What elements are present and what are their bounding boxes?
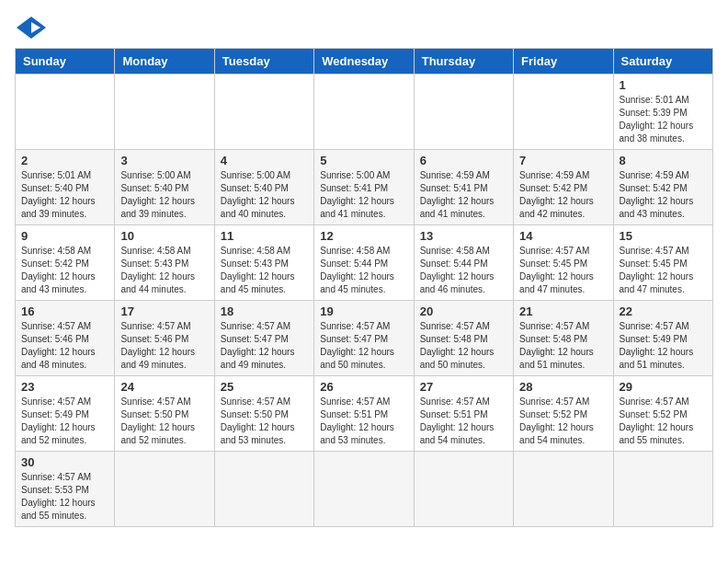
calendar-cell: 6Sunrise: 4:59 AM Sunset: 5:41 PM Daylig… (414, 150, 513, 225)
day-info: Sunrise: 5:00 AM Sunset: 5:40 PM Dayligh… (221, 169, 308, 221)
weekday-header-row: SundayMondayTuesdayWednesdayThursdayFrid… (16, 49, 713, 75)
calendar-cell: 12Sunrise: 4:58 AM Sunset: 5:44 PM Dayli… (314, 225, 414, 301)
calendar-cell (314, 452, 414, 527)
calendar-cell: 29Sunrise: 4:57 AM Sunset: 5:52 PM Dayli… (613, 376, 712, 452)
calendar-cell: 14Sunrise: 4:57 AM Sunset: 5:45 PM Dayli… (514, 225, 613, 301)
calendar-cell (115, 452, 214, 527)
calendar-cell (214, 75, 313, 150)
calendar-cell (214, 452, 313, 527)
day-number: 13 (420, 229, 507, 243)
day-info: Sunrise: 4:58 AM Sunset: 5:42 PM Dayligh… (21, 245, 108, 296)
day-number: 6 (420, 154, 507, 167)
day-number: 4 (221, 154, 308, 167)
calendar-cell: 3Sunrise: 5:00 AM Sunset: 5:40 PM Daylig… (115, 150, 214, 225)
calendar-cell (613, 452, 712, 527)
day-number: 14 (519, 229, 607, 243)
weekday-header-saturday: Saturday (613, 49, 712, 75)
calendar-cell: 19Sunrise: 4:57 AM Sunset: 5:47 PM Dayli… (314, 301, 414, 376)
calendar-cell (414, 75, 513, 150)
calendar-cell: 18Sunrise: 4:57 AM Sunset: 5:47 PM Dayli… (214, 301, 313, 376)
calendar-cell: 27Sunrise: 4:57 AM Sunset: 5:51 PM Dayli… (414, 376, 513, 452)
week-row-2: 2Sunrise: 5:01 AM Sunset: 5:40 PM Daylig… (16, 150, 713, 225)
calendar-cell: 30Sunrise: 4:57 AM Sunset: 5:53 PM Dayli… (16, 452, 115, 527)
calendar-cell: 28Sunrise: 4:57 AM Sunset: 5:52 PM Dayli… (514, 376, 613, 452)
day-info: Sunrise: 4:57 AM Sunset: 5:45 PM Dayligh… (519, 245, 607, 296)
day-info: Sunrise: 4:57 AM Sunset: 5:48 PM Dayligh… (420, 320, 507, 372)
day-info: Sunrise: 4:57 AM Sunset: 5:49 PM Dayligh… (21, 396, 108, 447)
week-row-4: 16Sunrise: 4:57 AM Sunset: 5:46 PM Dayli… (16, 301, 713, 376)
day-number: 25 (221, 380, 308, 394)
calendar-cell (514, 75, 613, 150)
weekday-header-sunday: Sunday (16, 49, 115, 75)
calendar-cell: 11Sunrise: 4:58 AM Sunset: 5:43 PM Dayli… (214, 225, 313, 301)
day-info: Sunrise: 4:57 AM Sunset: 5:49 PM Dayligh… (620, 320, 707, 372)
logo (15, 15, 51, 40)
day-number: 12 (320, 229, 407, 243)
day-number: 8 (620, 154, 707, 167)
day-info: Sunrise: 4:57 AM Sunset: 5:46 PM Dayligh… (120, 320, 208, 372)
day-info: Sunrise: 4:57 AM Sunset: 5:52 PM Dayligh… (519, 396, 607, 447)
day-number: 9 (21, 229, 108, 243)
day-number: 23 (21, 380, 108, 394)
day-info: Sunrise: 4:57 AM Sunset: 5:45 PM Dayligh… (620, 245, 707, 296)
day-number: 5 (320, 154, 407, 167)
calendar-cell: 21Sunrise: 4:57 AM Sunset: 5:48 PM Dayli… (514, 301, 613, 376)
calendar-cell: 23Sunrise: 4:57 AM Sunset: 5:49 PM Dayli… (16, 376, 115, 452)
day-info: Sunrise: 5:01 AM Sunset: 5:39 PM Dayligh… (620, 94, 707, 145)
day-info: Sunrise: 4:59 AM Sunset: 5:41 PM Dayligh… (420, 169, 507, 221)
week-row-1: 1Sunrise: 5:01 AM Sunset: 5:39 PM Daylig… (16, 75, 713, 150)
week-row-3: 9Sunrise: 4:58 AM Sunset: 5:42 PM Daylig… (16, 225, 713, 301)
calendar-cell (115, 75, 214, 150)
day-number: 21 (519, 304, 607, 318)
day-info: Sunrise: 4:59 AM Sunset: 5:42 PM Dayligh… (519, 169, 607, 221)
week-row-5: 23Sunrise: 4:57 AM Sunset: 5:49 PM Dayli… (16, 376, 713, 452)
calendar-cell (16, 75, 115, 150)
day-number: 29 (620, 380, 707, 394)
weekday-header-wednesday: Wednesday (314, 49, 414, 75)
calendar-cell: 9Sunrise: 4:58 AM Sunset: 5:42 PM Daylig… (16, 225, 115, 301)
day-number: 19 (320, 304, 407, 318)
day-info: Sunrise: 4:58 AM Sunset: 5:44 PM Dayligh… (320, 245, 407, 296)
week-row-6: 30Sunrise: 4:57 AM Sunset: 5:53 PM Dayli… (16, 452, 713, 527)
day-info: Sunrise: 4:58 AM Sunset: 5:43 PM Dayligh… (221, 245, 308, 296)
day-number: 10 (120, 229, 208, 243)
calendar-cell: 24Sunrise: 4:57 AM Sunset: 5:50 PM Dayli… (115, 376, 214, 452)
day-info: Sunrise: 5:00 AM Sunset: 5:41 PM Dayligh… (320, 169, 407, 221)
day-info: Sunrise: 4:57 AM Sunset: 5:46 PM Dayligh… (21, 320, 108, 372)
day-number: 28 (519, 380, 607, 394)
day-info: Sunrise: 5:00 AM Sunset: 5:40 PM Dayligh… (120, 169, 208, 221)
day-number: 11 (221, 229, 308, 243)
day-number: 17 (120, 304, 208, 318)
day-number: 1 (620, 78, 707, 92)
calendar-cell: 13Sunrise: 4:58 AM Sunset: 5:44 PM Dayli… (414, 225, 513, 301)
day-number: 7 (519, 154, 607, 167)
day-number: 27 (420, 380, 507, 394)
day-info: Sunrise: 4:57 AM Sunset: 5:50 PM Dayligh… (120, 396, 208, 447)
calendar-cell (514, 452, 613, 527)
day-info: Sunrise: 4:57 AM Sunset: 5:47 PM Dayligh… (221, 320, 308, 372)
logo-icon (15, 15, 48, 40)
day-info: Sunrise: 4:59 AM Sunset: 5:42 PM Dayligh… (620, 169, 707, 221)
calendar-cell: 7Sunrise: 4:59 AM Sunset: 5:42 PM Daylig… (514, 150, 613, 225)
calendar-container: SundayMondayTuesdayWednesdayThursdayFrid… (0, 0, 728, 563)
day-info: Sunrise: 5:01 AM Sunset: 5:40 PM Dayligh… (21, 169, 108, 221)
calendar-cell: 2Sunrise: 5:01 AM Sunset: 5:40 PM Daylig… (16, 150, 115, 225)
calendar-cell: 15Sunrise: 4:57 AM Sunset: 5:45 PM Dayli… (613, 225, 712, 301)
day-number: 2 (21, 154, 108, 167)
calendar-cell: 4Sunrise: 5:00 AM Sunset: 5:40 PM Daylig… (214, 150, 313, 225)
day-info: Sunrise: 4:57 AM Sunset: 5:52 PM Dayligh… (620, 396, 707, 447)
calendar-cell: 26Sunrise: 4:57 AM Sunset: 5:51 PM Dayli… (314, 376, 414, 452)
calendar-cell: 8Sunrise: 4:59 AM Sunset: 5:42 PM Daylig… (613, 150, 712, 225)
calendar-cell: 20Sunrise: 4:57 AM Sunset: 5:48 PM Dayli… (414, 301, 513, 376)
day-info: Sunrise: 4:57 AM Sunset: 5:53 PM Dayligh… (21, 471, 108, 523)
day-number: 16 (21, 304, 108, 318)
header (15, 15, 713, 40)
day-number: 18 (221, 304, 308, 318)
day-number: 26 (320, 380, 407, 394)
day-info: Sunrise: 4:57 AM Sunset: 5:51 PM Dayligh… (320, 396, 407, 447)
day-number: 20 (420, 304, 507, 318)
day-info: Sunrise: 4:57 AM Sunset: 5:50 PM Dayligh… (221, 396, 308, 447)
weekday-header-thursday: Thursday (414, 49, 513, 75)
calendar-cell: 1Sunrise: 5:01 AM Sunset: 5:39 PM Daylig… (613, 75, 712, 150)
day-info: Sunrise: 4:58 AM Sunset: 5:43 PM Dayligh… (120, 245, 208, 296)
